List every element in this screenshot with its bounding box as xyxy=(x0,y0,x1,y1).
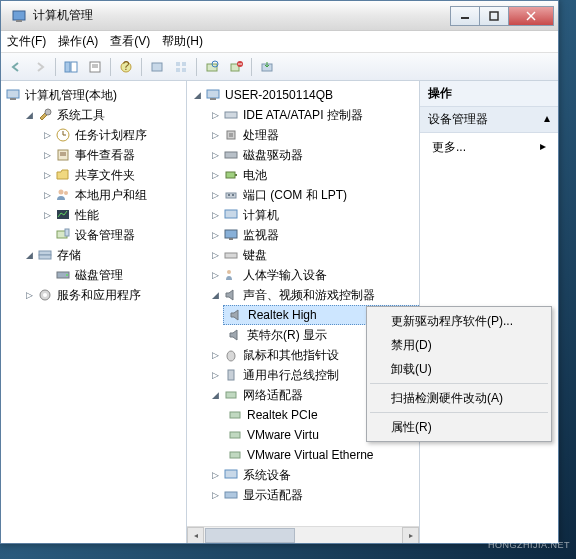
ctx-update-driver[interactable]: 更新驱动程序软件(P)... xyxy=(369,309,549,333)
scan-hardware-button[interactable] xyxy=(201,56,223,78)
svg-rect-6 xyxy=(65,62,70,72)
svg-rect-25 xyxy=(10,98,16,100)
mid-ide[interactable]: ▷IDE ATA/ATAPI 控制器 xyxy=(205,105,419,125)
mid-keyboard[interactable]: ▷键盘 xyxy=(205,245,419,265)
keyboard-icon xyxy=(223,247,239,263)
menu-file[interactable]: 文件(F) xyxy=(7,33,46,50)
mid-disk-drives[interactable]: ▷磁盘驱动器 xyxy=(205,145,419,165)
scroll-right-button[interactable]: ▸ xyxy=(402,527,419,544)
maximize-button[interactable] xyxy=(479,6,509,26)
minimize-button[interactable] xyxy=(450,6,480,26)
back-button[interactable] xyxy=(5,56,27,78)
collapse-icon[interactable]: ◢ xyxy=(191,89,203,101)
left-tree-pane[interactable]: 计算机管理(本地) ◢ 系统工具 ▷任务计划程序 ▷事件查看器 xyxy=(1,81,187,543)
mid-vmware-2[interactable]: VMware Virtual Etherne xyxy=(223,445,419,465)
expand-icon[interactable]: ▷ xyxy=(41,209,53,221)
expand-icon[interactable]: ▷ xyxy=(209,349,221,361)
svg-rect-38 xyxy=(39,251,51,255)
forward-button[interactable] xyxy=(29,56,51,78)
tree-label: 共享文件夹 xyxy=(75,167,135,184)
ctx-disable[interactable]: 禁用(D) xyxy=(369,333,549,357)
left-storage[interactable]: ◢存储 xyxy=(19,245,186,265)
speaker-icon xyxy=(227,327,243,343)
menu-view[interactable]: 查看(V) xyxy=(110,33,150,50)
toolbar: ? xyxy=(1,53,558,81)
left-system-tools[interactable]: ◢ 系统工具 xyxy=(19,105,186,125)
ctx-label: 更新驱动程序软件(P)... xyxy=(391,313,513,330)
close-button[interactable] xyxy=(508,6,554,26)
collapse-icon[interactable]: ◢ xyxy=(23,109,35,121)
left-local-users[interactable]: ▷本地用户和组 xyxy=(37,185,186,205)
update-driver-button[interactable] xyxy=(256,56,278,78)
expand-icon[interactable]: ▷ xyxy=(209,229,221,241)
help-button[interactable]: ? xyxy=(115,56,137,78)
titlebar[interactable]: 计算机管理 xyxy=(1,1,558,31)
ctx-scan-hardware[interactable]: 扫描检测硬件改动(A) xyxy=(369,386,549,410)
left-task-scheduler[interactable]: ▷任务计划程序 xyxy=(37,125,186,145)
expand-icon[interactable]: ▷ xyxy=(209,269,221,281)
expand-icon[interactable]: ▷ xyxy=(209,169,221,181)
left-performance[interactable]: ▷性能 xyxy=(37,205,186,225)
collapse-icon[interactable]: ◢ xyxy=(209,389,221,401)
horizontal-scrollbar[interactable]: ◂ ▸ xyxy=(187,526,419,543)
mid-system-devices[interactable]: ▷系统设备 xyxy=(205,465,419,485)
left-device-manager[interactable]: 设备管理器 xyxy=(37,225,186,245)
mid-ports[interactable]: ▷端口 (COM 和 LPT) xyxy=(205,185,419,205)
scroll-left-button[interactable]: ◂ xyxy=(187,527,204,544)
expand-icon[interactable]: ▷ xyxy=(23,289,35,301)
expand-icon[interactable]: ▷ xyxy=(41,189,53,201)
tree-label: Realtek PCIe xyxy=(247,408,318,422)
expand-icon[interactable]: ▷ xyxy=(209,469,221,481)
ctx-uninstall[interactable]: 卸载(U) xyxy=(369,357,549,381)
expand-icon[interactable]: ▷ xyxy=(41,149,53,161)
mid-monitor[interactable]: ▷监视器 xyxy=(205,225,419,245)
left-services-apps[interactable]: ▷服务和应用程序 xyxy=(19,285,186,305)
mid-cpu[interactable]: ▷处理器 xyxy=(205,125,419,145)
mid-sound[interactable]: ◢声音、视频和游戏控制器 xyxy=(205,285,419,305)
properties-button[interactable] xyxy=(84,56,106,78)
collapse-icon[interactable]: ◢ xyxy=(209,289,221,301)
left-event-viewer[interactable]: ▷事件查看器 xyxy=(37,145,186,165)
expand-icon[interactable]: ▷ xyxy=(209,489,221,501)
left-root[interactable]: 计算机管理(本地) xyxy=(1,85,186,105)
menu-action[interactable]: 操作(A) xyxy=(58,33,98,50)
nic-icon xyxy=(227,407,243,423)
scroll-thumb[interactable] xyxy=(205,528,295,543)
tree-label: 系统工具 xyxy=(57,107,105,124)
view-large-button[interactable] xyxy=(146,56,168,78)
svg-rect-66 xyxy=(225,470,237,478)
tree-label: 存储 xyxy=(57,247,81,264)
actions-sub[interactable]: 设备管理器 ▴ xyxy=(420,107,558,133)
computer-icon xyxy=(5,87,21,103)
left-disk-mgmt[interactable]: 磁盘管理 xyxy=(37,265,186,285)
ctx-properties[interactable]: 属性(R) xyxy=(369,415,549,439)
view-small-button[interactable] xyxy=(170,56,192,78)
expand-icon[interactable]: ▷ xyxy=(209,249,221,261)
actions-more[interactable]: 更多... ▸ xyxy=(420,133,558,162)
svg-rect-55 xyxy=(225,210,237,218)
expand-icon[interactable]: ▷ xyxy=(41,129,53,141)
svg-rect-24 xyxy=(7,90,19,98)
expand-icon[interactable]: ▷ xyxy=(209,209,221,221)
expand-icon[interactable]: ▷ xyxy=(209,189,221,201)
expand-icon[interactable]: ▷ xyxy=(209,149,221,161)
mid-battery[interactable]: ▷电池 xyxy=(205,165,419,185)
svg-rect-3 xyxy=(490,12,498,20)
mid-root[interactable]: ◢USER-20150114QB xyxy=(187,85,419,105)
mid-computer[interactable]: ▷计算机 xyxy=(205,205,419,225)
mid-display-adapters[interactable]: ▷显示适配器 xyxy=(205,485,419,505)
expand-icon[interactable]: ▷ xyxy=(41,169,53,181)
tree-label: 本地用户和组 xyxy=(75,187,147,204)
expand-icon[interactable]: ▷ xyxy=(209,369,221,381)
mid-hid[interactable]: ▷人体学输入设备 xyxy=(205,265,419,285)
show-hide-tree-button[interactable] xyxy=(60,56,82,78)
collapse-icon[interactable]: ◢ xyxy=(23,249,35,261)
expand-icon[interactable]: ▷ xyxy=(209,129,221,141)
uninstall-device-button[interactable] xyxy=(225,56,247,78)
expand-icon[interactable]: ▷ xyxy=(209,109,221,121)
tree-label: 性能 xyxy=(75,207,99,224)
svg-rect-14 xyxy=(176,62,180,66)
left-shared-folders[interactable]: ▷共享文件夹 xyxy=(37,165,186,185)
menu-help[interactable]: 帮助(H) xyxy=(162,33,203,50)
tree-label: 通用串行总线控制 xyxy=(243,367,339,384)
